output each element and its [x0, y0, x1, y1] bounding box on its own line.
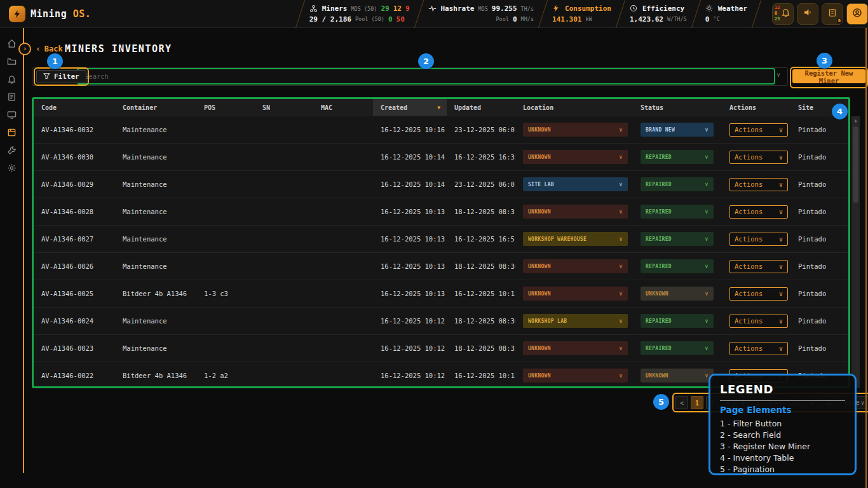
efficiency-value: 1,423.62	[630, 15, 663, 24]
column-header[interactable]: Location	[515, 99, 633, 116]
reports-button[interactable]: 0	[822, 3, 843, 25]
cell-site: Pintado	[790, 126, 848, 133]
table-row[interactable]: AV-A1346-0024 Maintenance 16-12-2025 10:…	[34, 307, 848, 334]
cell-container: Maintenance	[115, 180, 196, 188]
status-select[interactable]: REPAIRED∨	[641, 205, 714, 219]
actions-dropdown[interactable]: Actions∨	[729, 205, 788, 219]
location-select[interactable]: UNKNOWN∨	[523, 259, 628, 273]
pagination-page-button[interactable]: 1	[691, 396, 703, 409]
chevron-down-icon: ∨	[779, 317, 783, 325]
app-logo[interactable]: Mining OS.	[0, 6, 100, 22]
cell-site: Pintado	[790, 153, 848, 161]
column-header[interactable]: Container	[115, 99, 196, 116]
cell-site: Pintado	[790, 344, 848, 352]
home-icon[interactable]	[6, 38, 17, 49]
pagination-prev-button[interactable]: <	[675, 396, 688, 409]
hashrate-icon	[428, 4, 437, 13]
actions-dropdown[interactable]: Actions∨	[729, 151, 788, 164]
sidebar-toggle-button[interactable]: ›	[18, 43, 31, 55]
table-row[interactable]: AV-A1346-0029 Maintenance 16-12-2025 10:…	[34, 170, 848, 198]
monitor-icon[interactable]	[6, 109, 17, 120]
back-navigation[interactable]: ‹ Back	[36, 44, 63, 53]
bell-icon[interactable]	[6, 74, 17, 85]
location-select[interactable]: UNKNOWN∨	[523, 123, 628, 137]
settings-icon[interactable]	[6, 163, 17, 173]
actions-dropdown[interactable]: Actions∨	[729, 315, 788, 328]
chevron-down-icon: ∨	[619, 126, 623, 133]
column-header[interactable]: Status	[633, 99, 722, 116]
status-select[interactable]: REPAIRED∨	[641, 314, 714, 328]
scroll-up-icon[interactable]: ▲	[851, 116, 860, 123]
notifications-button[interactable]: 12 0 29	[772, 3, 794, 25]
document-icon[interactable]	[6, 92, 17, 102]
cell-pos: 1-2_a2	[196, 372, 255, 379]
inventory-icon[interactable]	[6, 127, 17, 138]
status-select[interactable]: REPAIRED∨	[641, 259, 714, 273]
scrollbar-thumb[interactable]	[853, 126, 858, 203]
table-body: AV-A1346-0032 Maintenance 16-12-2025 10:…	[34, 116, 848, 388]
actions-dropdown[interactable]: Actions∨	[729, 178, 788, 191]
table-row[interactable]: AV-A1346-0026 Maintenance 16-12-2025 10:…	[34, 252, 848, 280]
account-button[interactable]	[846, 3, 868, 25]
location-select[interactable]: UNKNOWN∨	[523, 341, 628, 355]
location-select[interactable]: SITE LAB∨	[523, 177, 628, 191]
status-select[interactable]: REPAIRED∨	[641, 177, 714, 191]
location-select[interactable]: UNKNOWN∨	[523, 369, 628, 383]
search-chevron-down-icon[interactable]: ∨	[776, 71, 780, 78]
actions-dropdown[interactable]: Actions∨	[729, 260, 788, 273]
search-input[interactable]	[78, 69, 774, 83]
status-select[interactable]: BRAND NEW∨	[641, 123, 714, 137]
actions-dropdown[interactable]: Actions∨	[729, 123, 788, 137]
actions-dropdown[interactable]: Actions∨	[729, 233, 788, 246]
table-row[interactable]: AV-A1346-0025 Bitdeer 4b A1346 1-3_c3 16…	[34, 280, 848, 307]
chevron-down-icon: ∨	[705, 263, 709, 269]
cell-updated: 16-12-2025 10:12	[447, 372, 515, 379]
column-header[interactable]: Updated	[447, 99, 515, 116]
stat-consumption: Consumption 141.301 kW	[545, 0, 619, 28]
cell-container: Maintenance	[115, 262, 196, 270]
folder-icon[interactable]	[6, 56, 17, 67]
legend-item: 5 - Pagination	[720, 464, 845, 475]
location-select[interactable]: WORKSHOP WAREHOUSE∨	[523, 232, 628, 246]
cell-created: 16-12-2025 10:14	[373, 180, 447, 188]
status-select[interactable]: REPAIRED∨	[641, 150, 714, 164]
miners-icon	[309, 4, 318, 13]
efficiency-clock-icon	[630, 4, 639, 13]
column-header[interactable]: MAC	[313, 99, 373, 116]
stat-hashrate: Hashrate MOS 99.255 TH/s Pool 0 MH/s	[421, 0, 542, 28]
annotation-badge-3: 3	[817, 53, 832, 69]
clipboard-icon	[828, 8, 837, 20]
cell-created: 16-12-2025 10:14	[373, 153, 447, 161]
cell-updated: 18-12-2025 08:30	[447, 262, 515, 270]
chevron-down-icon: ∨	[619, 290, 623, 297]
status-select[interactable]: REPAIRED∨	[641, 341, 714, 355]
status-select[interactable]: REPAIRED∨	[641, 232, 714, 246]
actions-dropdown[interactable]: Actions∨	[729, 287, 788, 301]
location-select[interactable]: UNKNOWN∨	[523, 287, 628, 301]
location-select[interactable]: UNKNOWN∨	[523, 205, 628, 219]
table-row[interactable]: AV-A1346-0028 Maintenance 16-12-2025 10:…	[34, 198, 848, 225]
location-select[interactable]: UNKNOWN∨	[523, 150, 628, 164]
actions-dropdown[interactable]: Actions∨	[729, 342, 788, 355]
tools-icon[interactable]	[6, 145, 17, 156]
sound-button[interactable]	[797, 3, 818, 25]
register-new-miner-button[interactable]: Register New Miner	[792, 69, 865, 83]
table-row[interactable]: AV-A1346-0027 Maintenance 16-12-2025 10:…	[34, 225, 848, 252]
table-row[interactable]: AV-A1346-0030 Maintenance 16-12-2025 10:…	[34, 143, 848, 170]
status-select[interactable]: UNKNOWN∨	[641, 287, 714, 301]
column-header[interactable]: SN	[255, 99, 313, 116]
status-select[interactable]: UNKNOWN∨	[641, 369, 714, 383]
column-header[interactable]: Created	[373, 99, 447, 116]
table-scrollbar[interactable]: ▲	[851, 116, 860, 388]
legend-item: 4 - Inventory Table	[720, 452, 845, 464]
column-header[interactable]: POS	[196, 99, 255, 116]
cell-created: 16-12-2025 10:12	[373, 344, 447, 352]
column-header[interactable]: Code	[34, 99, 115, 116]
column-header[interactable]: Actions	[722, 99, 790, 116]
location-select[interactable]: WORKSHOP LAB∨	[523, 314, 628, 328]
table-row[interactable]: AV-A1346-0023 Maintenance 16-12-2025 10:…	[34, 334, 848, 362]
logo-lightning-icon	[9, 6, 25, 22]
cell-code: AV-A1346-0026	[34, 262, 115, 270]
filter-button[interactable]: Filter	[36, 70, 86, 83]
table-row[interactable]: AV-A1346-0032 Maintenance 16-12-2025 10:…	[34, 116, 848, 143]
